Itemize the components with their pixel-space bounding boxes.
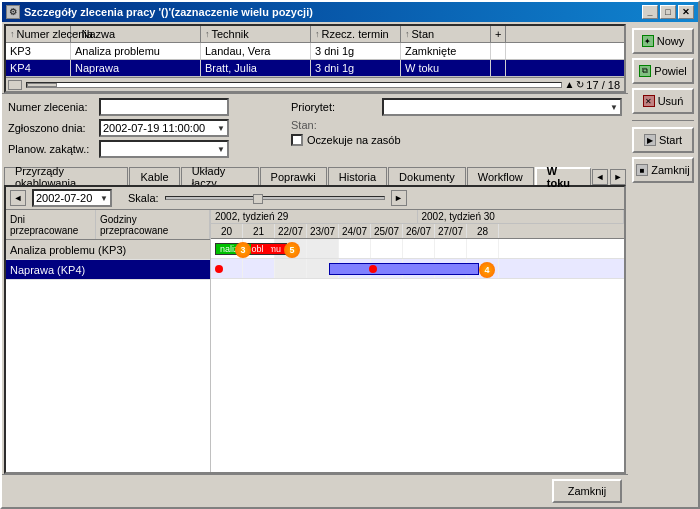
gantt-toolbar: ◄ 2002-07-20 ▼ Skala: ► bbox=[6, 187, 624, 210]
gantt-bar-row: 4 bbox=[211, 259, 624, 279]
main-content: ↑ Numer zlecenia ↑ Nazwa ↑ Technik ↑ Rze… bbox=[2, 22, 698, 507]
scroll-info: 17 / 18 bbox=[586, 79, 620, 91]
table-scroll[interactable]: ▲ ↻ 17 / 18 bbox=[6, 77, 624, 91]
numer-input[interactable] bbox=[99, 98, 229, 116]
scroll-left-btn[interactable] bbox=[8, 80, 22, 90]
start-icon: ▶ bbox=[644, 134, 656, 146]
window-title: Szczegóły zlecenia pracy '()'(zaznaczeni… bbox=[24, 6, 313, 18]
col-header-nr: ↑ Numer zlecenia bbox=[6, 26, 71, 42]
gantt-red-dot bbox=[215, 265, 223, 273]
tabs-bar: Przyrządy okablowania Kable Układy łączy… bbox=[2, 165, 628, 185]
tab-historia[interactable]: Historia bbox=[328, 167, 387, 185]
main-window: ⚙ Szczegóły zlecenia pracy '()'(zaznacze… bbox=[0, 0, 700, 509]
gantt-day: 23/07 bbox=[307, 224, 339, 238]
gantt-bar-task2[interactable] bbox=[329, 263, 479, 275]
title-bar: ⚙ Szczegóły zlecenia pracy '()'(zaznacze… bbox=[2, 2, 698, 22]
window-icon: ⚙ bbox=[6, 5, 20, 19]
minimize-button[interactable]: _ bbox=[642, 5, 658, 19]
copy-icon: ⧉ bbox=[639, 65, 651, 77]
planow-combo[interactable]: ▼ bbox=[99, 140, 229, 158]
maximize-button[interactable]: □ bbox=[660, 5, 676, 19]
scroll-thumb[interactable] bbox=[27, 83, 57, 87]
gantt-section: ◄ 2002-07-20 ▼ Skala: ► bbox=[4, 185, 626, 474]
gantt-day: 28 bbox=[467, 224, 499, 238]
gantt-sidebar: Dni przepracowane Godziny przepracowane … bbox=[6, 210, 211, 472]
tab-przyrządy[interactable]: Przyrządy okablowania bbox=[4, 167, 128, 185]
col-header-stan: ↑ Stan bbox=[401, 26, 491, 42]
week-29: 2002, tydzień 29 bbox=[211, 210, 418, 223]
scale-slider[interactable] bbox=[165, 196, 385, 200]
scale-label: Skala: bbox=[128, 192, 159, 204]
week-30: 2002, tydzień 30 bbox=[418, 210, 625, 223]
delete-icon: ✕ bbox=[643, 95, 655, 107]
new-icon: ✦ bbox=[642, 35, 654, 47]
gantt-task-row[interactable]: Analiza problemu (KP3) bbox=[6, 240, 210, 260]
gantt-day: 24/07 bbox=[339, 224, 371, 238]
zgłoszono-combo[interactable]: 2002-07-19 11:00:00 ▼ bbox=[99, 119, 229, 137]
tab-układy[interactable]: Układy łączy bbox=[181, 167, 259, 185]
tab-w-toku[interactable]: W toku bbox=[535, 167, 591, 185]
col-header-name: ↑ Nazwa bbox=[71, 26, 201, 42]
hours-col-header: Godziny przepracowane bbox=[96, 210, 210, 239]
delete-button[interactable]: ✕ Usuń bbox=[632, 88, 694, 114]
stop-button[interactable]: ■ Zamknij bbox=[632, 157, 694, 183]
tab-next-button[interactable]: ► bbox=[610, 169, 626, 185]
scale-thumb[interactable] bbox=[253, 194, 263, 204]
gantt-day: 22/07 bbox=[275, 224, 307, 238]
new-button[interactable]: ✦ Nowy bbox=[632, 28, 694, 54]
divider bbox=[632, 120, 694, 121]
table-row[interactable]: KP4 Naprawa Bratt, Julia 3 dni 1g W toku bbox=[6, 60, 624, 77]
copy-button[interactable]: ⧉ Powiel bbox=[632, 58, 694, 84]
center-panel: ↑ Numer zlecenia ↑ Nazwa ↑ Technik ↑ Rze… bbox=[2, 22, 628, 507]
close-button[interactable]: ✕ bbox=[678, 5, 694, 19]
gantt-sidebar-items: Analiza problemu (KP3) Naprawa (KP4) bbox=[6, 240, 210, 472]
col-header-tech: ↑ Technik bbox=[201, 26, 311, 42]
days-col-header: Dni przepracowane bbox=[6, 210, 96, 239]
priorytet-combo[interactable]: ▼ bbox=[382, 98, 622, 116]
gantt-next-button[interactable]: ► bbox=[391, 190, 407, 206]
form-section: Numer zlecenia: Zgłoszono dnia: 2002-07-… bbox=[2, 93, 628, 165]
title-bar-left: ⚙ Szczegóły zlecenia pracy '()'(zaznacze… bbox=[6, 5, 313, 19]
gantt-marker-5: 5 bbox=[284, 242, 300, 258]
gantt-bar-task1[interactable]: naliza ( oblemu bbox=[215, 243, 287, 255]
tab-poprawki[interactable]: Poprawki bbox=[260, 167, 327, 185]
gantt-day: 26/07 bbox=[403, 224, 435, 238]
scroll-bar[interactable] bbox=[26, 82, 562, 88]
gantt-rows: naliza ( oblemu 3 5 bbox=[211, 239, 624, 472]
tab-prev-button[interactable]: ◄ bbox=[592, 169, 608, 185]
gantt-day: 25/07 bbox=[371, 224, 403, 238]
gantt-task-row[interactable]: Naprawa (KP4) bbox=[6, 260, 210, 280]
start-button[interactable]: ▶ Start bbox=[632, 127, 694, 153]
gantt-body: Dni przepracowane Godziny przepracowane … bbox=[6, 210, 624, 472]
oczekuje-checkbox[interactable] bbox=[291, 134, 303, 146]
close-button[interactable]: Zamknij bbox=[552, 479, 622, 503]
gantt-date-combo[interactable]: 2002-07-20 ▼ bbox=[32, 189, 112, 207]
right-buttons-panel: ✦ Nowy ⧉ Powiel ✕ Usuń ▶ Start ■ Zamknij bbox=[628, 22, 698, 507]
gantt-date-header: 2002, tydzień 29 2002, tydzień 30 20 21 … bbox=[211, 210, 624, 239]
col-header-termin: ↑ Rzecz. termin bbox=[311, 26, 401, 42]
gantt-day: 21 bbox=[243, 224, 275, 238]
planow-label: Planow. zakątw.: bbox=[8, 143, 93, 155]
gantt-chart: 2002, tydzień 29 2002, tydzień 30 20 21 … bbox=[211, 210, 624, 472]
gantt-prev-button[interactable]: ◄ bbox=[10, 190, 26, 206]
zgłoszono-label: Zgłoszono dnia: bbox=[8, 122, 93, 134]
tab-dokumenty[interactable]: Dokumenty bbox=[388, 167, 466, 185]
col-header-extra: + bbox=[491, 26, 506, 42]
gantt-bar-row: naliza ( oblemu 3 5 bbox=[211, 239, 624, 259]
stan-label: Stan: bbox=[291, 119, 376, 131]
title-controls: _ □ ✕ bbox=[642, 5, 694, 19]
bottom-bar: Zamknij bbox=[2, 474, 628, 507]
work-orders-table: ↑ Numer zlecenia ↑ Nazwa ↑ Technik ↑ Rze… bbox=[4, 24, 626, 93]
table-row[interactable]: KP3 Analiza problemu Landau, Vera 3 dni … bbox=[6, 43, 624, 60]
gantt-marker-4: 4 bbox=[479, 262, 495, 278]
checkbox-label: Oczekuje na zasób bbox=[307, 134, 401, 146]
tab-workflow[interactable]: Workflow bbox=[467, 167, 534, 185]
gantt-marker-3: 3 bbox=[235, 242, 251, 258]
gantt-day: 20 bbox=[211, 224, 243, 238]
numer-label: Numer zlecenia: bbox=[8, 101, 93, 113]
gantt-day: 27/07 bbox=[435, 224, 467, 238]
gantt-red-dot bbox=[369, 265, 377, 273]
tab-kable[interactable]: Kable bbox=[129, 167, 179, 185]
priorytet-label: Priorytet: bbox=[291, 101, 376, 113]
stop-icon: ■ bbox=[636, 164, 648, 176]
